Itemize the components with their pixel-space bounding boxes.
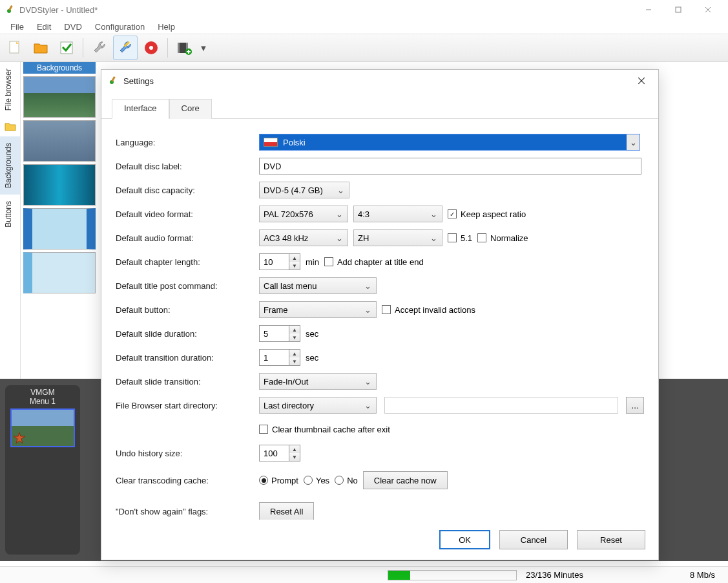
cancel-button[interactable]: Cancel	[499, 530, 568, 549]
chevron-down-icon: ⌄	[363, 281, 372, 291]
label-transition-duration: Default transition duration:	[116, 353, 259, 363]
clear-no-radio[interactable]: No	[335, 476, 358, 485]
clear-cache-now-button[interactable]: Clear cache now	[363, 471, 448, 489]
slide-transition-combo[interactable]: Fade-In/Out⌄	[259, 373, 377, 390]
settings-dialog: Settings Interface Core Language: Polski…	[101, 69, 659, 560]
chevron-down-icon: ⌄	[363, 401, 372, 410]
disc-capacity-combo[interactable]: DVD-5 (4.7 GB)⌄	[259, 182, 349, 198]
tab-file-browser[interactable]: File browser	[0, 62, 20, 117]
label-title-post: Default title post command:	[116, 281, 259, 291]
label-chapter-length: Default chapter length:	[116, 257, 259, 267]
clear-yes-radio[interactable]: Yes	[304, 476, 329, 485]
dialog-close-icon[interactable]	[631, 70, 652, 91]
save-run-icon[interactable]	[54, 36, 79, 60]
menu1-label: Menu 1	[9, 397, 76, 406]
label-start-dir: File Browser start directory:	[116, 401, 259, 410]
menubar: File Edit DVD Configuration Help	[0, 19, 728, 34]
tab-backgrounds[interactable]: Backgrounds	[0, 136, 20, 195]
dialog-titlebar[interactable]: Settings	[101, 70, 658, 92]
chevron-down-icon: ⌄	[429, 209, 438, 219]
keep-aspect-checkbox[interactable]: ✓Keep aspect ratio	[448, 209, 526, 219]
toolbar-separator	[167, 38, 168, 58]
side-tabs: File browser Backgrounds Buttons	[0, 62, 21, 379]
new-icon[interactable]	[3, 36, 27, 60]
menu-thumbnail[interactable]	[10, 408, 75, 447]
svg-marker-16	[14, 432, 25, 443]
chapter-length-spin[interactable]: 10▲▼	[259, 253, 300, 270]
tab-buttons[interactable]: Buttons	[0, 195, 20, 234]
menu-file[interactable]: File	[4, 21, 30, 33]
browse-button[interactable]: ...	[626, 397, 644, 414]
background-thumb[interactable]	[23, 164, 96, 206]
burn-icon[interactable]	[139, 36, 163, 60]
toolbar: ▼	[0, 34, 728, 62]
folder-icon[interactable]	[0, 117, 20, 136]
clear-thumb-checkbox[interactable]: Clear thumbnail cache after exit	[259, 425, 390, 434]
aspect-combo[interactable]: 4:3⌄	[353, 206, 442, 222]
reset-button[interactable]: Reset	[577, 530, 645, 549]
dialog-body: Language: Polski ⌄ Default disc label: D…	[101, 119, 658, 520]
background-thumb[interactable]	[23, 120, 96, 162]
background-thumb[interactable]	[23, 252, 96, 293]
dialog-footer: OK Cancel Reset	[101, 520, 658, 560]
vmgm-card[interactable]: VMGM Menu 1	[5, 385, 80, 555]
wrench-icon[interactable]	[87, 36, 112, 60]
language-combo[interactable]: Polski ⌄	[259, 134, 640, 151]
start-dir-path[interactable]	[384, 397, 618, 414]
tab-interface[interactable]: Interface	[112, 99, 169, 119]
undo-history-spin[interactable]: 100▲▼	[259, 445, 300, 461]
menu-dvd[interactable]: DVD	[57, 21, 88, 33]
vmgm-label: VMGM	[9, 388, 76, 397]
svg-point-11	[149, 46, 153, 50]
clear-prompt-radio[interactable]: Prompt	[259, 476, 298, 485]
settings-icon[interactable]	[113, 36, 138, 60]
dialog-tabs: Interface Core	[101, 92, 658, 119]
menu-edit[interactable]: Edit	[30, 21, 57, 33]
default-button-combo[interactable]: Frame⌄	[259, 301, 377, 318]
label-language: Language:	[116, 138, 259, 147]
svg-rect-13	[178, 43, 180, 53]
toolbar-dropdown-icon[interactable]: ▼	[198, 43, 209, 53]
close-button[interactable]	[693, 0, 723, 19]
background-thumb[interactable]	[23, 208, 96, 249]
title-post-combo[interactable]: Call last menu⌄	[259, 277, 377, 294]
video-format-combo[interactable]: PAL 720x576⌄	[259, 206, 348, 222]
chevron-down-icon: ⌄	[429, 233, 438, 243]
menu-help[interactable]: Help	[151, 21, 182, 33]
app-icon	[5, 5, 16, 15]
ok-button[interactable]: OK	[439, 530, 490, 549]
add-chapter-end-checkbox[interactable]: Add chapter at title end	[324, 257, 424, 267]
menu-configuration[interactable]: Configuration	[88, 21, 151, 33]
chevron-down-icon: ⌄	[627, 134, 640, 150]
start-dir-combo[interactable]: Last directory⌄	[259, 397, 377, 414]
add-clip-icon[interactable]	[172, 36, 196, 60]
status-minutes: 23/136 Minutes	[526, 570, 583, 580]
label-slide-transition: Default slide transition:	[116, 377, 259, 387]
reset-all-button[interactable]: Reset All	[259, 502, 314, 520]
disc-label-input[interactable]	[259, 158, 641, 175]
transition-duration-spin[interactable]: 1▲▼	[259, 349, 300, 366]
background-thumb[interactable]	[23, 76, 96, 118]
chevron-down-icon: ⌄	[336, 186, 345, 195]
chevron-down-icon: ⌄	[335, 233, 344, 243]
maximize-button[interactable]	[663, 0, 693, 19]
toolbar-separator	[83, 38, 83, 58]
minimize-button[interactable]	[634, 0, 663, 19]
label-clear-transcoding: Clear transcoding cache:	[116, 476, 259, 485]
normalize-checkbox[interactable]: Normalize	[477, 233, 528, 243]
label-default-button: Default button:	[116, 305, 259, 315]
unit-sec: sec	[306, 353, 318, 363]
open-icon[interactable]	[28, 36, 53, 60]
tab-core[interactable]: Core	[169, 99, 212, 119]
svg-rect-3	[676, 7, 681, 12]
accept-invalid-checkbox[interactable]: Accept invalid actions	[382, 305, 475, 315]
progress-bar	[388, 570, 517, 580]
statusbar: 23/136 Minutes 8 Mb/s	[0, 566, 728, 583]
slide-duration-spin[interactable]: 5▲▼	[259, 325, 300, 342]
audio-lang-combo[interactable]: ZH⌄	[353, 229, 442, 246]
label-disc-capacity: Default disc capacity:	[116, 186, 259, 195]
audio-format-combo[interactable]: AC3 48 kHz⌄	[259, 229, 348, 246]
label-slide-duration: Default slide duration:	[116, 329, 259, 339]
label-video-format: Default video format:	[116, 209, 259, 219]
five-one-checkbox[interactable]: 5.1	[448, 233, 472, 243]
